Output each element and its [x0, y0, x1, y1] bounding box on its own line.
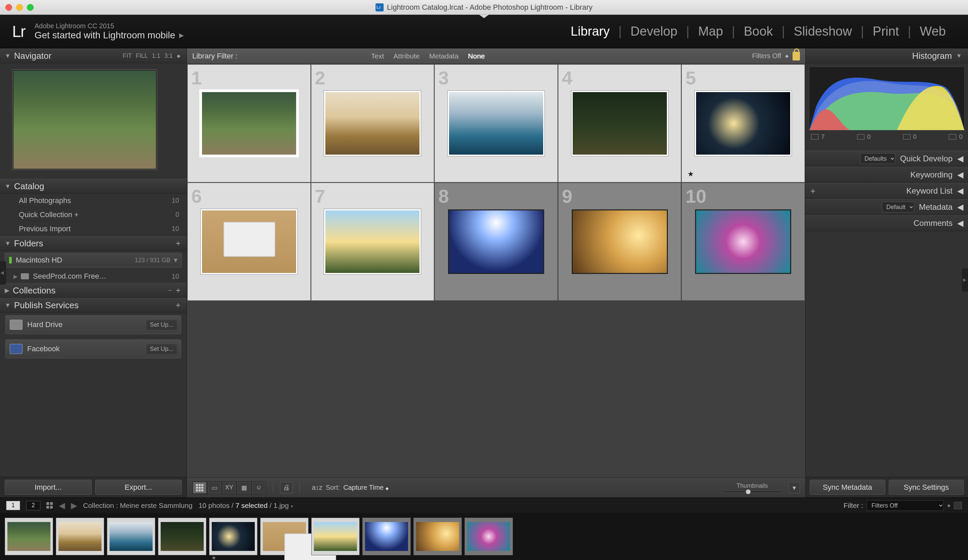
- folders-header[interactable]: ▼ Folders +: [0, 236, 187, 251]
- navigator-preview[interactable]: [0, 63, 187, 179]
- filmstrip-cell[interactable]: [260, 518, 308, 555]
- sort-dropdown[interactable]: Capture Time ◆: [343, 484, 389, 491]
- add-folder-button[interactable]: +: [176, 239, 181, 248]
- filmstrip-filter-select[interactable]: Filters Off: [867, 500, 944, 511]
- lock-icon[interactable]: [792, 52, 800, 61]
- grid-cell[interactable]: 8: [434, 183, 558, 300]
- keyword-list-header[interactable]: + Keyword List ◀: [806, 183, 968, 199]
- grid-cell[interactable]: 7: [311, 183, 434, 300]
- filters-off-toggle[interactable]: Filters Off: [752, 52, 781, 60]
- view-loupe-button[interactable]: ▭: [208, 482, 221, 494]
- identity-line2[interactable]: Get started with Lightroom mobile▶: [35, 30, 184, 41]
- catalog-quick-collection[interactable]: Quick Collection +0: [0, 208, 187, 222]
- view-people-button[interactable]: ☺: [252, 482, 265, 494]
- publish-hard-drive[interactable]: Hard Drive Set Up...: [5, 315, 181, 334]
- metadata-preset-select[interactable]: Default: [882, 202, 914, 212]
- nav-zoom-1to1[interactable]: 1:1: [152, 53, 160, 60]
- add-keyword-button[interactable]: +: [811, 186, 816, 196]
- grid-cell[interactable]: 9: [558, 183, 681, 300]
- filmstrip[interactable]: ★: [0, 513, 968, 560]
- module-library[interactable]: Library: [562, 24, 618, 39]
- sync-settings-button[interactable]: Sync Settings: [889, 480, 964, 495]
- grid-cell[interactable]: 6: [187, 183, 310, 300]
- module-web[interactable]: Web: [911, 24, 955, 39]
- module-book[interactable]: Book: [735, 24, 782, 39]
- volume-macintosh-hd[interactable]: Macintosh HD 123 / 931 GB ▾: [5, 253, 182, 268]
- publish-hd-setup[interactable]: Set Up...: [147, 320, 177, 330]
- keywording-header[interactable]: Keywording ◀: [806, 167, 968, 183]
- filmstrip-cell[interactable]: [464, 518, 513, 555]
- module-print[interactable]: Print: [864, 24, 908, 39]
- publish-header[interactable]: ▼ Publish Services +: [0, 298, 187, 313]
- chevron-down-icon[interactable]: ▾: [291, 504, 293, 509]
- go-back-button[interactable]: ◀: [59, 501, 65, 510]
- filmstrip-cell[interactable]: [362, 518, 411, 555]
- minimize-window-button[interactable]: [16, 4, 23, 11]
- catalog-header[interactable]: ▼ Catalog: [0, 179, 187, 194]
- collapse-left-panel[interactable]: [0, 261, 6, 285]
- view-survey-button[interactable]: ▦: [237, 482, 251, 494]
- grid-cell[interactable]: 2: [311, 65, 434, 182]
- filmstrip-cell[interactable]: [56, 518, 104, 555]
- breadcrumb[interactable]: Collection : Meine erste Sammlung: [83, 502, 192, 510]
- nav-zoom-fit[interactable]: FIT: [123, 53, 132, 60]
- nav-zoom-fill[interactable]: FILL: [136, 53, 148, 60]
- filmstrip-cell[interactable]: [158, 518, 206, 555]
- folder-seedprod[interactable]: ▶ SeedProd.com Free… 10: [0, 270, 187, 283]
- module-map[interactable]: Map: [690, 24, 732, 39]
- collapse-right-panel[interactable]: [962, 268, 968, 292]
- filmstrip-cell[interactable]: [413, 518, 462, 555]
- navigator-header[interactable]: ▼ Navigator FIT FILL 1:1 3:1 ◆: [0, 48, 187, 63]
- catalog-all-photographs[interactable]: All Photographs10: [0, 194, 187, 208]
- toolbar-menu-button[interactable]: ▾: [789, 482, 800, 494]
- grid-cell[interactable]: 10: [681, 183, 805, 300]
- filter-text[interactable]: Text: [371, 52, 384, 60]
- filter-lock-switch[interactable]: [954, 502, 962, 509]
- export-button[interactable]: Export...: [95, 480, 182, 495]
- add-collection-button[interactable]: +: [176, 286, 181, 295]
- filter-none[interactable]: None: [468, 52, 485, 60]
- module-slideshow[interactable]: Slideshow: [785, 24, 860, 39]
- filter-metadata[interactable]: Metadata: [429, 52, 459, 60]
- grid-cell[interactable]: 4: [558, 65, 681, 182]
- chevron-icon[interactable]: ◆: [785, 53, 789, 58]
- quick-develop-header[interactable]: Defaults Quick Develop ◀: [806, 151, 968, 167]
- histogram-header[interactable]: Histogram ▼: [806, 48, 968, 63]
- histogram-canvas[interactable]: [809, 66, 965, 131]
- filmstrip-cell[interactable]: ★: [209, 518, 257, 555]
- collections-header[interactable]: ▶ Collections − +: [0, 283, 187, 298]
- publish-facebook[interactable]: Facebook Set Up...: [5, 340, 181, 358]
- sync-metadata-button[interactable]: Sync Metadata: [810, 480, 885, 495]
- chevron-icon[interactable]: ◆: [177, 53, 181, 58]
- secondary-display-1[interactable]: 1: [6, 501, 20, 510]
- module-develop[interactable]: Develop: [622, 24, 686, 39]
- remove-collection-button[interactable]: −: [168, 287, 172, 294]
- go-forward-button[interactable]: ▶: [71, 501, 77, 510]
- view-grid-button[interactable]: [193, 482, 206, 494]
- import-button[interactable]: Import...: [5, 480, 92, 495]
- painter-tool[interactable]: 🖨: [280, 482, 293, 494]
- grid-cell[interactable]: 1: [187, 65, 310, 182]
- metadata-header[interactable]: Default Metadata ◀: [806, 199, 968, 215]
- close-window-button[interactable]: [5, 4, 12, 11]
- grid-icon[interactable]: [46, 502, 53, 509]
- grid-cell[interactable]: 3: [434, 65, 558, 182]
- comments-header[interactable]: Comments ◀: [806, 215, 968, 231]
- add-publish-service-button[interactable]: +: [176, 300, 181, 310]
- secondary-display-2[interactable]: 2: [26, 501, 40, 510]
- filter-attribute[interactable]: Attribute: [394, 52, 420, 60]
- view-compare-button[interactable]: XY: [222, 482, 236, 494]
- filmstrip-cell[interactable]: [311, 518, 360, 555]
- chevron-icon[interactable]: ◆: [947, 503, 950, 508]
- thumbnail-size-slider[interactable]: [722, 491, 782, 493]
- thumbnail-grid[interactable]: 1 2 3 4 5★ 6 7 8 9 10: [187, 64, 805, 477]
- grid-cell[interactable]: 5★: [681, 65, 805, 182]
- chevron-down-icon[interactable]: ▾: [174, 256, 177, 265]
- filmstrip-cell[interactable]: [107, 518, 155, 555]
- filmstrip-cell[interactable]: [5, 518, 53, 555]
- catalog-previous-import[interactable]: Previous Import10: [0, 222, 187, 236]
- zoom-window-button[interactable]: [27, 4, 34, 11]
- saved-preset-select[interactable]: Defaults: [860, 153, 895, 164]
- publish-fb-setup[interactable]: Set Up...: [147, 344, 177, 354]
- sort-direction-icon[interactable]: a↕z: [312, 484, 322, 491]
